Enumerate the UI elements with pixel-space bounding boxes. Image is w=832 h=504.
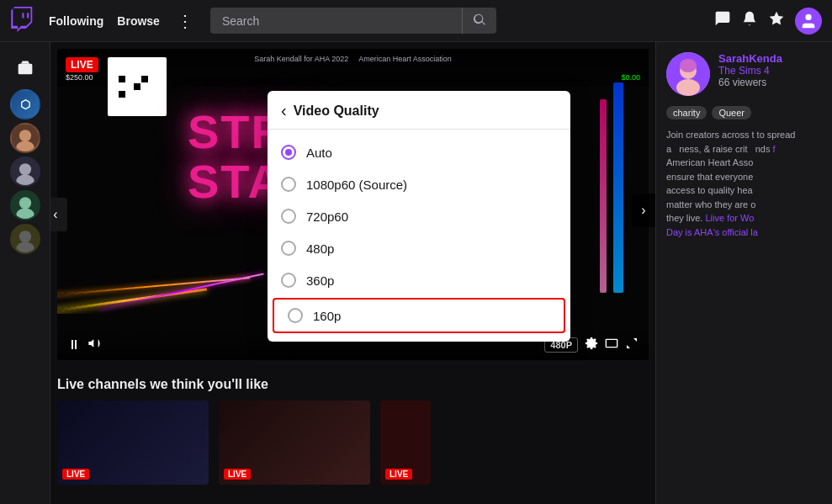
next-arrow-button[interactable]: ›	[632, 194, 655, 227]
streamer-viewers: 66 viewers	[718, 77, 822, 88]
quality-option-480p[interactable]: 480p	[268, 232, 570, 264]
live-channels-title: Live channels we think you'll like	[57, 377, 649, 392]
channel-card-2[interactable]: LIVE	[219, 401, 370, 485]
search-wrapper	[210, 8, 496, 34]
theater-button[interactable]	[605, 337, 618, 353]
hype-button[interactable]	[768, 10, 785, 31]
play-pause-button[interactable]: ⏸	[67, 337, 81, 353]
description-highlight-3: Day is AHA's official la	[666, 227, 758, 237]
svg-point-12	[19, 231, 30, 242]
svg-point-9	[19, 197, 30, 209]
svg-marker-0	[770, 12, 784, 25]
svg-point-13	[16, 242, 34, 254]
svg-point-10	[16, 209, 34, 220]
user-avatar-nav[interactable]	[795, 8, 822, 34]
quality-options-list: Auto 1080p60 (Source) 720p60	[268, 130, 570, 342]
live-badge: LIVE	[66, 57, 98, 72]
svg-rect-1	[18, 64, 32, 75]
streamer-description: Join creators across t to spread a ness,…	[666, 128, 822, 239]
prev-arrow-button[interactable]: ‹	[50, 198, 67, 231]
svg-point-22	[680, 59, 697, 72]
search-button[interactable]	[462, 8, 496, 34]
following-link[interactable]: Following	[49, 14, 103, 28]
sidebar-avatar-5[interactable]	[10, 224, 40, 254]
quality-option-1080p60[interactable]: 1080p60 (Source)	[268, 168, 570, 200]
sidebar: ⬡	[0, 42, 50, 504]
description-highlight-1: f	[773, 144, 776, 154]
channel-live-1: LIVE	[62, 469, 89, 480]
main-layout: ⬡	[0, 42, 832, 504]
video-section: ‹ Sarah Kendall for AHA 2022 American He…	[50, 42, 655, 504]
tag-charity[interactable]: charity	[666, 106, 707, 119]
notifications-button[interactable]	[741, 10, 758, 31]
description-text-4: access to quality hea	[666, 185, 753, 195]
quality-back-button[interactable]: ‹	[281, 101, 287, 120]
settings-button[interactable]	[585, 337, 598, 353]
channel-card-3[interactable]: LIVE	[380, 401, 431, 485]
streamer-info: SarahKenda The Sims 4 66 viewers	[666, 52, 822, 96]
streamer-name: SarahKenda	[718, 52, 822, 65]
radio-1080p60	[281, 177, 296, 192]
quality-popup: ‹ Video Quality Auto 1080p60 (Source)	[268, 91, 570, 342]
whispers-button[interactable]	[714, 10, 731, 31]
description-text-3: ensure that everyone	[666, 172, 753, 182]
quality-label-1080p60: 1080p60 (Source)	[306, 178, 407, 192]
live-channels-section: Live channels we think you'll like LIVE …	[50, 367, 655, 485]
streamer-tags: charity Queer	[666, 106, 822, 119]
streamer-game: The Sims 4	[718, 65, 822, 77]
svg-point-6	[19, 163, 30, 175]
quality-option-720p60[interactable]: 720p60	[268, 200, 570, 232]
streamer-meta: SarahKenda The Sims 4 66 viewers	[718, 52, 822, 88]
sidebar-avatar-1[interactable]: ⬡	[10, 89, 40, 119]
description-text-5: matter who they are o	[666, 199, 755, 210]
browse-link[interactable]: Browse	[117, 14, 160, 28]
svg-point-21	[676, 79, 700, 96]
sidebar-camera-button[interactable]	[7, 49, 44, 86]
fullscreen-button[interactable]	[625, 337, 639, 353]
radio-720p60	[281, 209, 296, 224]
quality-option-auto[interactable]: Auto	[268, 136, 570, 168]
radio-360p	[281, 273, 296, 288]
twitch-logo[interactable]	[10, 7, 35, 35]
content-area: ‹ Sarah Kendall for AHA 2022 American He…	[50, 42, 832, 504]
channel-live-2: LIVE	[224, 469, 251, 480]
sidebar-avatar-3[interactable]	[10, 157, 40, 187]
quality-popup-header: ‹ Video Quality	[268, 91, 570, 130]
search-input[interactable]	[210, 8, 462, 34]
svg-point-3	[19, 130, 30, 141]
quality-option-160p-wrapper: 160p	[273, 298, 565, 333]
quality-label-160p: 160p	[313, 309, 341, 323]
right-panel: SarahKenda The Sims 4 66 viewers charity…	[655, 42, 832, 504]
description-highlight-2: Liive for Wo	[705, 213, 754, 223]
sidebar-avatar-4[interactable]	[10, 190, 40, 220]
more-options-icon[interactable]: ⋮	[173, 8, 197, 34]
svg-marker-14	[88, 339, 93, 347]
quality-label-480p: 480p	[306, 241, 334, 256]
channel-cards-list: LIVE LIVE LIVE	[57, 401, 649, 485]
volume-button[interactable]	[87, 337, 101, 353]
description-text-2: American Heart Asso	[666, 157, 753, 167]
description-text-6: they live.	[666, 213, 705, 223]
quality-option-160p[interactable]: 160p	[274, 300, 564, 332]
svg-point-4	[16, 141, 34, 153]
radio-auto	[281, 145, 296, 160]
navbar: Following Browse ⋮	[0, 0, 832, 42]
streamer-avatar[interactable]	[666, 52, 710, 96]
sidebar-avatar-2[interactable]	[10, 123, 40, 153]
qr-code	[108, 57, 167, 116]
quality-label-360p: 360p	[306, 273, 334, 288]
channel-live-3: LIVE	[385, 469, 412, 480]
quality-label-auto: Auto	[306, 146, 332, 160]
quality-label-720p60: 720p60	[306, 210, 348, 224]
svg-rect-16	[606, 339, 617, 347]
channel-card-1[interactable]: LIVE	[57, 401, 209, 485]
quality-popup-title: Video Quality	[294, 103, 379, 119]
description-text: Join creators across t to spread a ness,…	[666, 130, 795, 154]
svg-point-7	[16, 175, 34, 187]
nav-icons	[714, 8, 822, 34]
tag-queer[interactable]: Queer	[712, 106, 751, 119]
radio-480p	[281, 241, 296, 256]
video-container: Sarah Kendall for AHA 2022 American Hear…	[57, 49, 649, 360]
radio-160p	[288, 308, 303, 323]
quality-option-360p[interactable]: 360p	[268, 264, 570, 296]
